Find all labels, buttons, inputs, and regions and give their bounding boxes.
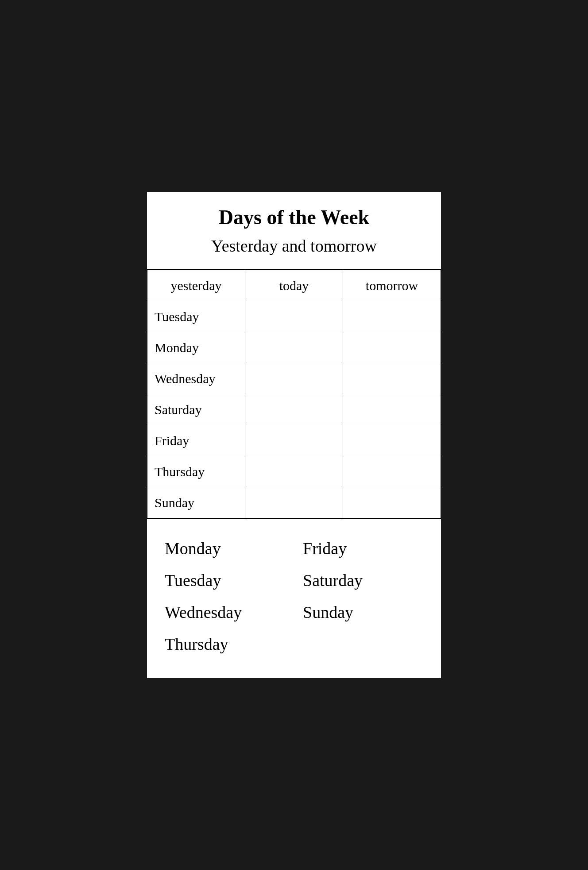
cell-tomorrow-2 [343,363,441,394]
table-row: Saturday [147,394,441,425]
cell-yesterday-6: Sunday [147,487,245,518]
main-title: Days of the Week [165,206,423,229]
table-body: TuesdayMondayWednesdaySaturdayFridayThur… [147,301,441,518]
cell-yesterday-5: Thursday [147,456,245,487]
cell-today-5 [245,456,343,487]
header-yesterday: yesterday [147,270,245,301]
cell-tomorrow-6 [343,487,441,518]
cell-yesterday-2: Wednesday [147,363,245,394]
cell-yesterday-0: Tuesday [147,301,245,332]
cell-tomorrow-1 [343,332,441,363]
cell-tomorrow-4 [343,425,441,456]
table-row: Monday [147,332,441,363]
days-table: yesterday today tomorrow TuesdayMondayWe… [147,270,441,518]
answer-column-left: MondayTuesdayWednesdayThursday [156,528,294,664]
cell-today-4 [245,425,343,456]
table-row: Tuesday [147,301,441,332]
cell-yesterday-3: Saturday [147,394,245,425]
table-row: Thursday [147,456,441,487]
table-row: Sunday [147,487,441,518]
answer-left-1: Tuesday [165,564,285,596]
cell-today-0 [245,301,343,332]
table-header-row: yesterday today tomorrow [147,270,441,301]
cell-yesterday-1: Monday [147,332,245,363]
answer-right-0: Friday [303,532,423,564]
cell-today-6 [245,487,343,518]
answer-left-3: Thursday [165,628,285,660]
header-section: Days of the Week Yesterday and tomorrow [147,192,441,270]
cell-today-2 [245,363,343,394]
cell-yesterday-4: Friday [147,425,245,456]
answer-left-0: Monday [165,532,285,564]
table-row: Wednesday [147,363,441,394]
cell-today-3 [245,394,343,425]
header-tomorrow: tomorrow [343,270,441,301]
answer-right-1: Saturday [303,564,423,596]
answer-left-2: Wednesday [165,596,285,628]
header-today: today [245,270,343,301]
subtitle: Yesterday and tomorrow [165,236,423,256]
cell-tomorrow-3 [343,394,441,425]
answer-section: MondayTuesdayWednesdayThursday FridaySat… [147,519,441,678]
answer-column-right: FridaySaturdaySunday [294,528,432,664]
answer-right-2: Sunday [303,596,423,628]
cell-today-1 [245,332,343,363]
table-section: yesterday today tomorrow TuesdayMondayWe… [147,270,441,519]
page: Days of the Week Yesterday and tomorrow … [147,192,441,678]
cell-tomorrow-5 [343,456,441,487]
table-row: Friday [147,425,441,456]
cell-tomorrow-0 [343,301,441,332]
